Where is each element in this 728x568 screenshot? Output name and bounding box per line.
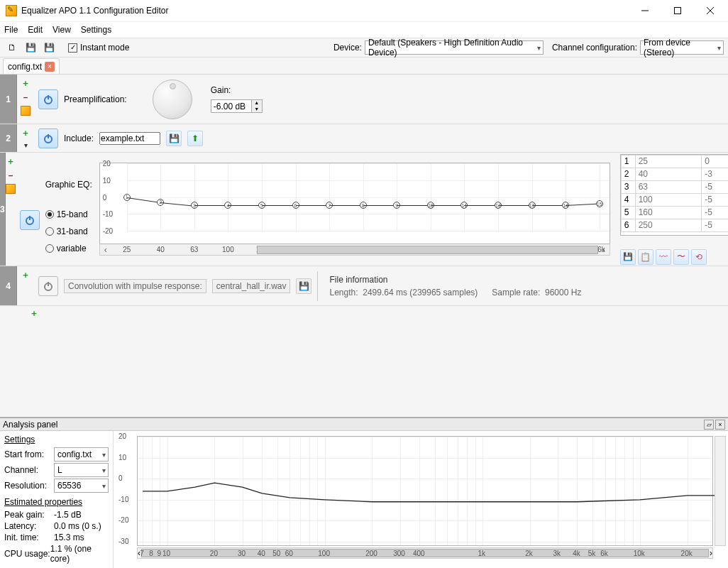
edit-icon[interactable] bbox=[21, 106, 31, 116]
row-geq: 3 ＋ － Graphic EQ: 15-band 31-band variab… bbox=[0, 153, 728, 266]
power-toggle[interactable] bbox=[38, 129, 58, 148]
save-icon: 💾 bbox=[623, 252, 633, 261]
gain-input[interactable] bbox=[211, 99, 252, 113]
radio-15band[interactable]: 15-band bbox=[45, 209, 88, 219]
geq-label: Graphic EQ: bbox=[45, 180, 92, 190]
remove-icon[interactable]: － bbox=[6, 170, 15, 182]
power-toggle[interactable] bbox=[38, 276, 58, 296]
radio-variable[interactable]: variable bbox=[45, 244, 87, 253]
geq-invert-button[interactable]: 〰 bbox=[656, 249, 671, 265]
wave-icon: 〜 bbox=[677, 251, 685, 263]
spin-down-icon[interactable]: ▼ bbox=[252, 106, 262, 113]
file-info: File information Length: 2499.64 ms (239… bbox=[317, 271, 581, 301]
analysis-title: Analysis panel bbox=[3, 420, 57, 430]
geq-normalize-button[interactable]: 〜 bbox=[673, 249, 689, 265]
app-icon bbox=[6, 5, 17, 16]
menu-file[interactable]: File bbox=[4, 25, 18, 35]
row-number: 3 bbox=[0, 153, 6, 266]
menu-settings[interactable]: Settings bbox=[81, 25, 111, 35]
new-button[interactable]: 🗋 bbox=[4, 40, 20, 55]
row-convolution: 4 ＋ Convolution with impulse response: c… bbox=[0, 266, 728, 306]
save-icon: 💾 bbox=[26, 43, 36, 53]
menu-edit[interactable]: Edit bbox=[28, 25, 43, 35]
channel-select[interactable]: L bbox=[54, 463, 109, 477]
add-icon[interactable]: ＋ bbox=[6, 155, 15, 168]
power-toggle[interactable] bbox=[38, 89, 58, 109]
open-file-button[interactable]: 💾 bbox=[166, 131, 182, 146]
add-icon[interactable]: ＋ bbox=[21, 77, 30, 89]
row-number: 2 bbox=[0, 124, 17, 152]
save-icon: 💾 bbox=[299, 281, 309, 291]
device-select[interactable]: Default (Speakers - High Definition Audi… bbox=[365, 40, 544, 55]
geq-copy-button[interactable]: 📋 bbox=[638, 249, 653, 265]
arrow-up-icon: ⬆ bbox=[192, 133, 199, 143]
analysis-vscroll[interactable] bbox=[715, 436, 726, 546]
close-panel-button[interactable]: × bbox=[715, 420, 725, 430]
check-icon bbox=[68, 43, 77, 53]
reset-icon: ⟲ bbox=[695, 252, 702, 262]
row-include: 2 ＋ ▾ Include: 💾 ⬆ bbox=[0, 124, 728, 153]
geq-reset-button[interactable]: ⟲ bbox=[691, 249, 707, 265]
go-up-button[interactable]: ⬆ bbox=[187, 131, 203, 146]
chan-cfg-label: Channel configuration: bbox=[552, 43, 637, 53]
analysis-panel: Analysis panel ▱ × Settings Start from:c… bbox=[0, 417, 728, 568]
tabstrip: config.txt × bbox=[0, 58, 728, 75]
wave-icon: 〰 bbox=[659, 252, 668, 262]
svg-rect-1 bbox=[675, 8, 681, 14]
titlebar: Equalizer APO 1.1 Configuration Editor bbox=[0, 0, 728, 22]
geq-hscroll[interactable]: ‹› bbox=[99, 244, 610, 256]
radio-31band[interactable]: 31-band bbox=[45, 226, 88, 236]
save-all-icon: 💾 bbox=[44, 43, 55, 53]
chan-cfg-select[interactable]: From device (Stereo) bbox=[640, 40, 724, 55]
save-icon: 💾 bbox=[169, 133, 180, 143]
chevron-down-icon[interactable]: ▾ bbox=[24, 141, 28, 149]
toolbar: 🗋 💾 💾 Instant mode Device: Default (Spea… bbox=[0, 38, 728, 58]
save-all-button[interactable]: 💾 bbox=[41, 40, 57, 55]
gain-knob[interactable] bbox=[153, 80, 192, 119]
add-row: ＋ bbox=[0, 306, 728, 320]
analysis-settings: Settings Start from:config.txt Channel:L… bbox=[0, 431, 114, 568]
add-icon[interactable]: ＋ bbox=[21, 269, 30, 281]
document-icon: 🗋 bbox=[8, 43, 16, 53]
browse-file-button[interactable]: 💾 bbox=[296, 278, 311, 294]
instant-mode-checkbox[interactable]: Instant mode bbox=[68, 43, 129, 53]
edit-icon[interactable] bbox=[6, 184, 16, 194]
close-button[interactable] bbox=[694, 0, 727, 22]
conv-file: central_hall_ir.wav bbox=[212, 279, 291, 293]
copy-icon: 📋 bbox=[640, 252, 651, 262]
spin-up-icon[interactable]: ▲ bbox=[252, 100, 262, 106]
remove-icon[interactable]: － bbox=[21, 92, 30, 104]
power-toggle[interactable] bbox=[20, 210, 40, 230]
filter-rows: 1 ＋ － Preamplification: Gain: ▲▼ 2 ＋ ▾ I… bbox=[0, 75, 728, 417]
geq-table[interactable]: 1250240-3363-54100-55160-56250-5 bbox=[620, 154, 728, 236]
menu-view[interactable]: View bbox=[53, 25, 71, 35]
row-number: 4 bbox=[0, 266, 17, 305]
tab-config[interactable]: config.txt × bbox=[3, 58, 60, 74]
add-icon[interactable]: ＋ bbox=[30, 307, 38, 320]
preamp-label: Preamplification: bbox=[64, 94, 127, 104]
geq-save-button[interactable]: 💾 bbox=[620, 249, 636, 265]
conv-label: Convolution with impulse response: bbox=[64, 279, 206, 293]
gain-spinner[interactable]: ▲▼ bbox=[211, 99, 263, 113]
close-tab-button[interactable]: × bbox=[45, 62, 55, 72]
window-title: Equalizer APO 1.1 Configuration Editor bbox=[21, 6, 629, 16]
start-from-select[interactable]: config.txt bbox=[54, 447, 109, 462]
analysis-chart[interactable]: ‹› 20100-10-20-3078910203040506010020030… bbox=[116, 433, 726, 566]
resolution-select[interactable]: 65536 bbox=[54, 479, 109, 493]
gain-label: Gain: bbox=[211, 85, 263, 95]
minimize-button[interactable] bbox=[629, 0, 661, 22]
undock-button[interactable]: ▱ bbox=[704, 420, 714, 430]
maximize-button[interactable] bbox=[661, 0, 694, 22]
add-icon[interactable]: ＋ bbox=[21, 127, 30, 139]
save-button[interactable]: 💾 bbox=[23, 40, 38, 55]
geq-chart[interactable]: 20100-10-202540631001602504006301k1.6k2.… bbox=[99, 163, 610, 244]
analysis-hscroll[interactable]: ‹› bbox=[137, 547, 713, 559]
menubar: File Edit View Settings bbox=[0, 22, 728, 38]
row-preamp: 1 ＋ － Preamplification: Gain: ▲▼ bbox=[0, 75, 728, 124]
include-label: Include: bbox=[64, 133, 94, 143]
device-label: Device: bbox=[333, 43, 362, 53]
include-file-input[interactable] bbox=[99, 132, 160, 145]
row-number: 1 bbox=[0, 75, 17, 124]
